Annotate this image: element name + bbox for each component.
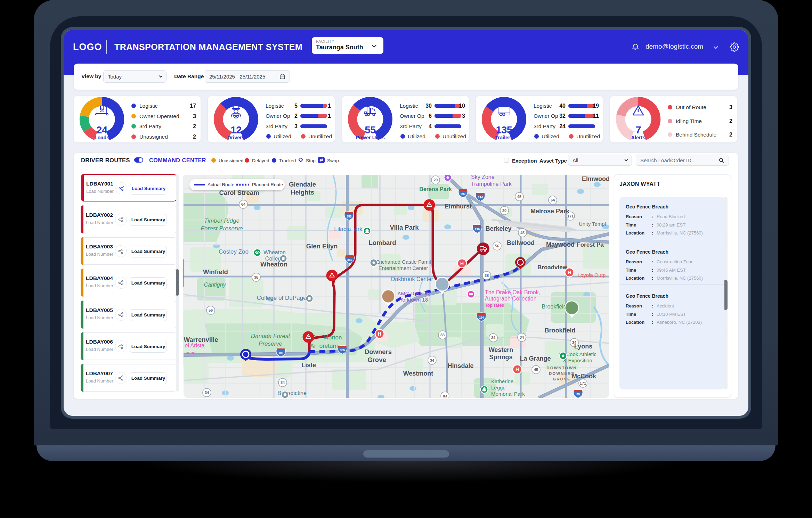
svg-text:Lombard: Lombard — [368, 239, 396, 246]
svg-text:& Exposition: & Exposition — [563, 357, 592, 363]
svg-text:AMC DINE-IN: AMC DINE-IN — [397, 290, 430, 296]
svg-text:294: 294 — [478, 196, 483, 199]
svg-text:GROVE: GROVE — [553, 377, 571, 381]
svg-text:20: 20 — [502, 208, 506, 213]
svg-text:Elmhurst: Elmhurst — [445, 203, 472, 210]
svg-text:Melrose Park: Melrose Park — [530, 208, 570, 215]
svg-text:88: 88 — [279, 351, 283, 355]
svg-text:Lilacia ark: Lilacia ark — [334, 226, 363, 232]
svg-text:Yorktown 18: Yorktown 18 — [399, 297, 428, 303]
svg-text:290: 290 — [475, 228, 480, 231]
svg-text:McCook: McCook — [572, 373, 596, 380]
svg-text:el Arista: el Arista — [185, 343, 205, 348]
svg-text:Berens Park: Berens Park — [419, 186, 452, 192]
svg-text:H: H — [515, 367, 519, 372]
svg-text:34: 34 — [430, 358, 435, 362]
svg-text:294: 294 — [479, 316, 484, 319]
svg-text:Western: Western — [489, 346, 513, 353]
svg-text:83: 83 — [443, 394, 447, 398]
svg-text:Glen Ellyn: Glen Ellyn — [306, 242, 338, 250]
svg-text:H: H — [378, 331, 381, 337]
svg-text:Villa Park: Villa Park — [390, 224, 419, 231]
svg-text:Hinsdale: Hinsdale — [447, 362, 473, 369]
svg-text:Heights: Heights — [291, 189, 314, 196]
svg-text:Brookfield: Brookfield — [544, 327, 575, 334]
svg-text:rated: rated — [185, 350, 196, 355]
svg-text:45: 45 — [534, 368, 538, 372]
svg-text:Unity Templ: Unity Templ — [579, 221, 606, 227]
svg-text:34: 34 — [491, 336, 496, 340]
svg-text:Forest Preserve: Forest Preserve — [201, 225, 243, 232]
svg-text:Legge: Legge — [491, 385, 506, 390]
svg-text:Forest Pa: Forest Pa — [577, 241, 604, 248]
svg-text:64: 64 — [551, 198, 555, 202]
svg-text:Glendale: Glendale — [289, 181, 316, 188]
svg-text:56: 56 — [209, 308, 213, 312]
svg-text:Memorial Park: Memorial Park — [491, 391, 525, 397]
svg-text:355: 355 — [347, 258, 352, 262]
svg-text:Warrenville: Warrenville — [184, 336, 218, 343]
svg-text:Cantigny: Cantigny — [204, 282, 226, 288]
svg-text:Sky Zone: Sky Zone — [471, 175, 495, 180]
svg-text:DOWNERS: DOWNERS — [549, 371, 575, 376]
svg-text:Berkeley: Berkeley — [485, 225, 511, 232]
svg-text:Planned Route: Planned Route — [252, 182, 283, 187]
svg-text:34: 34 — [281, 380, 285, 385]
svg-text:34: 34 — [520, 335, 524, 339]
svg-text:Timber Ridge: Timber Ridge — [204, 217, 239, 224]
svg-text:290: 290 — [461, 192, 465, 196]
svg-text:T Morton: T Morton — [312, 334, 342, 341]
svg-text:171: 171 — [580, 381, 586, 385]
svg-text:Lisle: Lisle — [301, 361, 316, 369]
svg-text:La Grange: La Grange — [520, 355, 551, 362]
svg-text:Actual Route: Actual Route — [208, 182, 234, 187]
svg-text:Loyola Outp: Loyola Outp — [578, 272, 606, 278]
svg-text:Enchanted Castle Famil: Enchanted Castle Famil — [375, 259, 431, 265]
svg-text:Top rated: Top rated — [485, 303, 504, 308]
svg-text:Downers: Downers — [365, 348, 392, 355]
svg-text:Springs: Springs — [489, 354, 512, 361]
svg-text:Katherine: Katherine — [491, 378, 513, 384]
svg-text:Winfield: Winfield — [203, 268, 228, 276]
svg-text:Westmont: Westmont — [403, 370, 433, 377]
svg-text:355: 355 — [340, 348, 345, 352]
svg-text:38: 38 — [485, 273, 489, 278]
svg-text:38: 38 — [254, 275, 258, 279]
svg-text:DOWNTOWN: DOWNTOWN — [546, 366, 577, 370]
svg-text:355: 355 — [347, 215, 351, 218]
svg-text:55: 55 — [576, 393, 580, 396]
svg-text:Cosley Zoo: Cosley Zoo — [219, 248, 249, 255]
svg-text:56: 56 — [495, 244, 499, 248]
svg-text:64: 64 — [241, 202, 246, 206]
svg-text:Entertainment Center: Entertainment Center — [379, 265, 428, 271]
svg-text:20: 20 — [433, 178, 438, 182]
svg-text:Ar oretum: Ar oretum — [310, 343, 338, 349]
svg-text:Elmwood: Elmwood — [582, 175, 609, 182]
svg-text:34: 34 — [205, 390, 209, 395]
svg-text:Bellwood: Bellwood — [507, 239, 535, 246]
svg-text:Maywood: Maywood — [546, 241, 575, 248]
svg-text:45: 45 — [517, 195, 521, 199]
svg-text:83: 83 — [440, 333, 445, 337]
svg-text:45: 45 — [520, 231, 525, 235]
svg-text:Oakbrook Center: Oakbrook Center — [391, 276, 433, 282]
svg-text:The Drake Oak Brook,: The Drake Oak Brook, — [485, 289, 540, 295]
svg-text:Autograph Collection: Autograph Collection — [485, 296, 537, 302]
svg-text:H: H — [568, 270, 571, 275]
svg-text:Trampoline Park: Trampoline Park — [471, 181, 512, 187]
svg-text:Grove: Grove — [367, 356, 386, 363]
svg-text:Wheaton: Wheaton — [263, 249, 286, 255]
svg-text:Danada Forest: Danada Forest — [251, 333, 291, 339]
svg-text:College of DuPage: College of DuPage — [257, 295, 307, 301]
svg-text:Preserve: Preserve — [259, 340, 282, 347]
svg-text:H: H — [460, 261, 464, 266]
svg-text:Lyons: Lyons — [574, 343, 592, 350]
svg-text:Broadview: Broadview — [537, 264, 568, 271]
